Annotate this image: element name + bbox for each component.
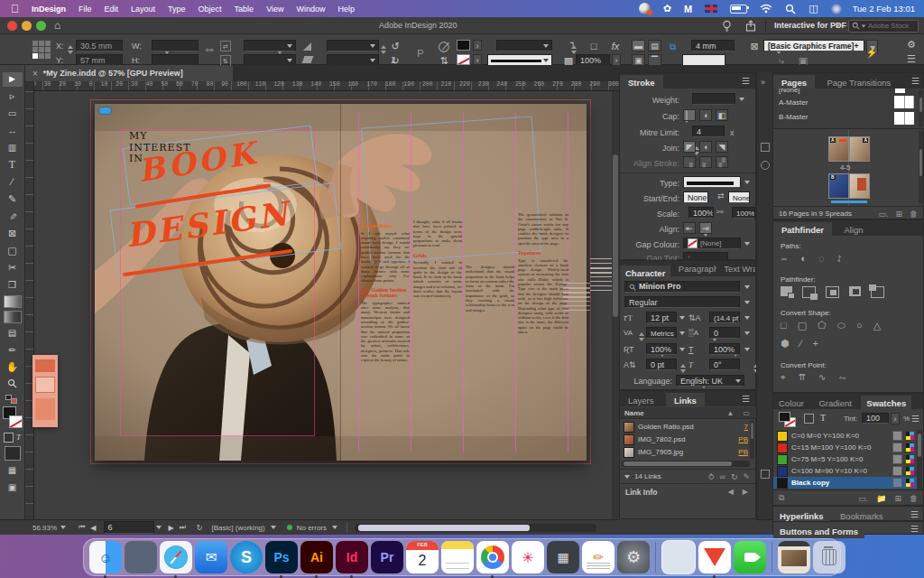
vertical-ruler[interactable] bbox=[25, 91, 34, 519]
scissors-tool[interactable]: ✂ bbox=[3, 261, 23, 275]
canvas-vscroll-thumb[interactable] bbox=[613, 154, 618, 317]
gap-colour-dropdown[interactable]: [None] bbox=[683, 238, 741, 249]
x-stepper[interactable] bbox=[67, 45, 73, 54]
eyedropper-tool[interactable]: ✎ bbox=[0, 339, 24, 363]
share-icon[interactable] bbox=[745, 20, 756, 32]
spread-6-7-thumbnail[interactable]: B bbox=[828, 173, 870, 199]
dock-calendar[interactable]: FEB2 bbox=[406, 541, 439, 573]
horizontal-scale-field[interactable]: 100% bbox=[709, 343, 740, 355]
link-info-prev-icon[interactable]: ◀ bbox=[728, 488, 734, 496]
convert-ellipse-icon[interactable]: ○ bbox=[856, 320, 863, 331]
browser-status-icon[interactable] bbox=[639, 3, 651, 14]
master-b-label[interactable]: B-Master bbox=[779, 113, 808, 121]
menu-item-type[interactable]: Type bbox=[168, 5, 186, 14]
mullvad-icon[interactable]: M bbox=[684, 4, 692, 14]
convert-triangle-icon[interactable]: △ bbox=[873, 320, 881, 331]
join-mitre-button[interactable]: ◤ bbox=[683, 141, 696, 153]
cap-butt-button[interactable]: ▏ bbox=[683, 109, 696, 121]
minus-back-icon[interactable] bbox=[871, 286, 884, 298]
formatting-text-button[interactable]: T bbox=[820, 413, 826, 423]
open-path-icon[interactable]: ◖ bbox=[799, 253, 806, 265]
convert-line-icon[interactable]: ∕ bbox=[800, 338, 802, 350]
link-badge-icon[interactable] bbox=[98, 107, 112, 115]
hscroll-thumb[interactable] bbox=[358, 525, 530, 531]
link-page-3[interactable]: PB bbox=[738, 448, 748, 456]
quick-apply-icon[interactable]: ⚡ bbox=[859, 45, 884, 61]
swatch-row-green[interactable]: C=75 M=5 Y=100 K=0 bbox=[773, 453, 918, 465]
text-column-2[interactable]: I thought, what if all books that have b… bbox=[413, 219, 462, 299]
join-round-button[interactable]: ◖ bbox=[699, 141, 712, 153]
link-row-1[interactable]: Golden Ratio.psd 7 bbox=[620, 421, 752, 433]
formatting-affects-buttons[interactable]: T bbox=[3, 433, 23, 443]
cap-round-button[interactable]: ◖ bbox=[699, 109, 712, 121]
apply-colour-button[interactable] bbox=[5, 446, 21, 461]
start-dropdown[interactable]: None bbox=[683, 191, 708, 203]
stock-search-input[interactable] bbox=[866, 21, 917, 31]
text-column-1[interactable]: Golden Ratio If I ask myself what inspir… bbox=[361, 223, 410, 363]
baseline-field[interactable]: 0 pt bbox=[646, 359, 677, 370]
dock-slack[interactable]: ✳ bbox=[512, 541, 544, 573]
dock-minimized-window[interactable] bbox=[778, 541, 810, 573]
dock-facetime[interactable] bbox=[734, 541, 766, 573]
next-page-button[interactable]: ▶ bbox=[169, 524, 174, 532]
swatch-row-yellow[interactable]: C=0 M=0 Y=100 K=0 bbox=[773, 430, 918, 442]
font-style-dropdown[interactable]: Regular bbox=[624, 296, 740, 308]
scale-x-icon[interactable]: ⇄ bbox=[220, 41, 231, 51]
horizontal-ruler[interactable]: 40 30 20 10 0 10 20 30 40 50 60 70 80 90… bbox=[25, 81, 619, 91]
screen-mode-button[interactable]: ▣ bbox=[3, 480, 23, 495]
new-page-icon[interactable]: ⊞ bbox=[895, 210, 902, 219]
corner-point-icon[interactable]: ⇈ bbox=[799, 372, 806, 383]
collapsed-panel-icon-3[interactable] bbox=[761, 470, 770, 479]
note-tool[interactable]: ▤ bbox=[3, 326, 23, 340]
swap-startend-icon[interactable]: ⇄ bbox=[717, 191, 725, 200]
collapsed-panel-icon-2[interactable] bbox=[761, 161, 770, 170]
tint-flyout-button[interactable]: › bbox=[891, 413, 900, 424]
gap-tool[interactable]: ↔ bbox=[3, 124, 23, 138]
pencil-tool[interactable]: ✎ bbox=[5, 207, 20, 227]
dock-system-preferences[interactable]: ⚙ bbox=[617, 541, 650, 573]
buttons-forms-menu-icon[interactable]: ☰ bbox=[910, 524, 919, 534]
tab-text-wrap[interactable]: Text Wrap bbox=[720, 261, 755, 276]
fill-swatch[interactable] bbox=[457, 40, 470, 51]
ruler-corner[interactable] bbox=[25, 81, 34, 91]
selection-tool[interactable]: ► bbox=[3, 72, 23, 87]
tab-paragraph[interactable]: Paragraph bbox=[675, 261, 716, 276]
horizontal-scrollbar[interactable] bbox=[355, 524, 596, 532]
goto-link-icon[interactable]: ∞ bbox=[719, 472, 725, 481]
dock-indesign[interactable]: Id bbox=[336, 541, 368, 573]
tab-align[interactable]: Align bbox=[836, 222, 871, 238]
join-path-icon[interactable]: ⌢ bbox=[781, 253, 787, 265]
dock-skype[interactable]: S bbox=[230, 541, 263, 573]
window-zoom-button[interactable] bbox=[36, 21, 46, 31]
subtract-shapes-icon[interactable] bbox=[802, 286, 816, 298]
language-dropdown[interactable]: English: UK bbox=[676, 375, 744, 387]
font-size-field[interactable]: 12 pt bbox=[646, 312, 677, 323]
masters-scrollbar[interactable] bbox=[919, 90, 923, 126]
tracking-field[interactable]: 0 bbox=[709, 327, 740, 339]
formatting-container-icon[interactable] bbox=[4, 433, 14, 443]
convert-polygon-icon[interactable]: ⬢ bbox=[781, 338, 790, 350]
mitre-field[interactable]: 4 bbox=[692, 126, 725, 137]
x-value-field[interactable]: 30.5 mm bbox=[76, 40, 123, 51]
pen-tool[interactable]: ✎ bbox=[3, 192, 23, 207]
dock-safari[interactable] bbox=[160, 541, 192, 573]
scale-link-icon[interactable]: ⚯ bbox=[716, 208, 724, 217]
pasteboard-thumbnail[interactable] bbox=[32, 355, 58, 427]
scale-start-field[interactable]: 100% bbox=[688, 207, 714, 219]
toolbar-stroke-swatch[interactable] bbox=[9, 415, 23, 428]
dock-stickies[interactable] bbox=[661, 540, 696, 574]
wrap-none-button[interactable]: ▬ bbox=[632, 40, 645, 51]
fill-stroke-swatches[interactable] bbox=[2, 406, 23, 430]
align-to-start-button[interactable]: ⇤ bbox=[683, 222, 696, 234]
window-minimize-button[interactable] bbox=[22, 21, 32, 31]
link-info-row[interactable]: Link Info ◀ ▶ bbox=[620, 485, 757, 499]
view-mode-button[interactable]: ▦ bbox=[3, 463, 23, 478]
swatch-row-red[interactable]: C=15 M=100 Y=100 K=0 bbox=[773, 442, 918, 453]
menu-item-layout[interactable]: Layout bbox=[131, 5, 155, 14]
master-a-thumb[interactable] bbox=[894, 96, 914, 108]
flip-horizontal-icon[interactable]: ◯̸ bbox=[431, 39, 457, 54]
zoom-tool[interactable] bbox=[3, 378, 23, 392]
prev-page-button[interactable]: ◀ bbox=[90, 524, 96, 532]
reference-point-proxy[interactable] bbox=[32, 41, 51, 59]
scale-end-field[interactable]: 100% bbox=[732, 207, 755, 219]
